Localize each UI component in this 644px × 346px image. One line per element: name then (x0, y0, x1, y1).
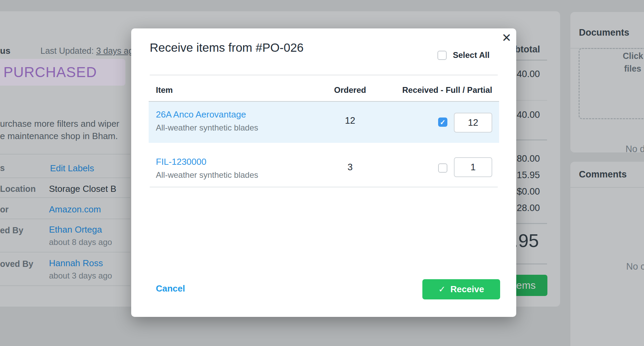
ordered-quantity: 3 (333, 162, 367, 173)
ordered-quantity: 12 (333, 115, 367, 126)
select-all-label: Select All (453, 50, 490, 60)
subtotal-header: btotal (515, 44, 540, 55)
location-row-label: Location (0, 184, 36, 194)
labels-row-label: s (0, 163, 5, 173)
table-row: 26A Anco Aerovantage All-weather synthet… (149, 102, 499, 143)
edit-labels-link[interactable]: Edit Labels (50, 163, 94, 174)
divider (0, 252, 130, 252)
comments-empty-text: No c (626, 261, 644, 272)
documents-panel: Documents Click files l No d (570, 12, 644, 152)
received-checkbox[interactable]: ✓ (438, 118, 447, 127)
column-header-received: Received - Full / Partial (402, 85, 492, 95)
table-row: FIL-1230000 All-weather synthetic blades… (149, 143, 499, 187)
dropzone-line2: files l (624, 62, 644, 75)
item-description: All-weather synthetic blades (156, 170, 258, 180)
status-badge-text: PURCHASED (3, 64, 97, 81)
divider (570, 187, 644, 188)
divider (150, 187, 498, 187)
select-all-checkbox[interactable] (437, 51, 447, 60)
item-description: All-weather synthetic blades (156, 123, 258, 133)
approved-by-link[interactable]: Hannah Ross (49, 258, 103, 269)
item-link[interactable]: FIL-1230000 (156, 157, 206, 167)
divider (0, 177, 130, 178)
documents-empty-text: No d (626, 144, 644, 155)
documents-title: Documents (579, 27, 629, 38)
column-header-ordered: Ordered (316, 85, 384, 95)
approved-by-time: about 3 days ago (49, 271, 112, 281)
received-checkbox[interactable] (438, 163, 447, 173)
vendor-row-label: or (0, 205, 9, 214)
created-by-time: about 8 days ago (49, 237, 112, 247)
location-value: Storage Closet B (49, 184, 116, 194)
created-by-link[interactable]: Ethan Ortega (49, 224, 102, 235)
dropzone-line1: Click (623, 50, 644, 62)
po-description: urchase more filters and wiper e mainten… (0, 118, 119, 142)
vendor-link[interactable]: Amazon.com (49, 204, 101, 215)
receive-button[interactable]: ✓ Receive (422, 279, 500, 299)
created-by-row-label: ed By (0, 225, 23, 235)
po-description-line1: urchase more filters and wiper (0, 118, 119, 130)
check-icon: ✓ (438, 284, 446, 294)
received-quantity-input[interactable] (454, 157, 492, 177)
check-icon: ✓ (440, 118, 446, 126)
po-description-line2: e maintenance shop in Bham. (0, 130, 119, 142)
select-all-control[interactable]: Select All (437, 50, 490, 60)
divider (0, 219, 130, 219)
receive-button-label: Receive (450, 284, 484, 295)
item-link[interactable]: 26A Anco Aerovantage (156, 109, 246, 120)
modal-title: Receive items from #PO-026 (150, 41, 304, 54)
column-header-item: Item (156, 85, 173, 95)
divider (150, 75, 498, 75)
receive-items-button[interactable]: ems (515, 275, 547, 296)
cancel-button[interactable]: Cancel (156, 283, 185, 294)
close-icon[interactable]: ✕ (502, 32, 512, 44)
comments-panel: Comments No c (570, 162, 644, 346)
divider (0, 197, 130, 198)
receive-items-button-label: ems (516, 280, 536, 291)
comments-title: Comments (579, 169, 627, 180)
status-label: us (0, 46, 10, 56)
divider (0, 285, 130, 286)
dropzone-text: Click files l (623, 50, 644, 75)
last-updated-label: Last Updated: (40, 46, 96, 55)
page: us Last Updated: 3 days ago PURCHASED ur… (0, 0, 644, 346)
receive-items-modal: ✕ Receive items from #PO-026 Select All … (131, 28, 516, 317)
last-updated: Last Updated: 3 days ago (40, 46, 138, 56)
approved-by-row-label: oved By (0, 259, 33, 269)
divider (0, 154, 130, 155)
received-quantity-input[interactable] (454, 113, 492, 133)
status-badge: PURCHASED (0, 59, 125, 86)
